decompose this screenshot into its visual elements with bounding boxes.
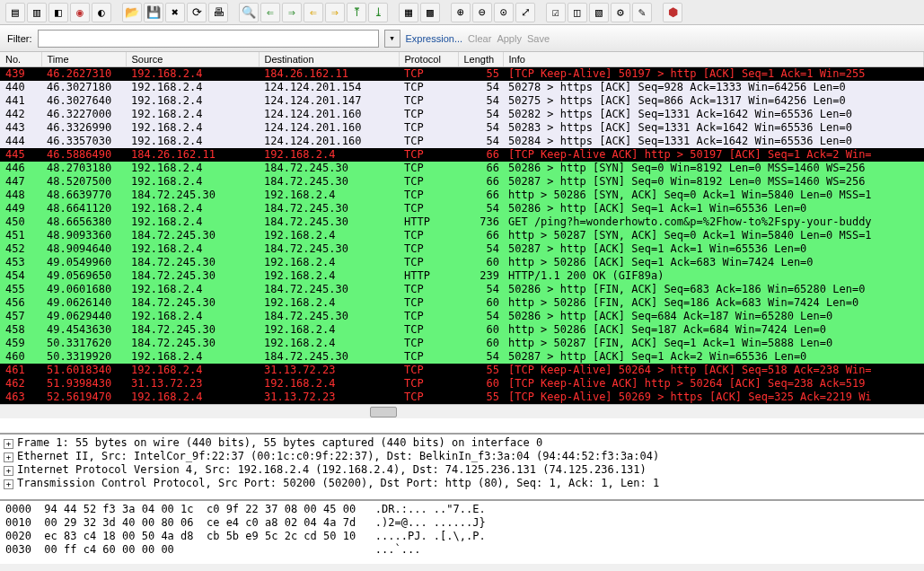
tb-autoscroll-icon[interactable]: ▩ xyxy=(420,3,440,22)
packet-row[interactable]: 46251.939843031.13.72.23192.168.2.4TCP60… xyxy=(0,377,924,391)
col-header-no[interactable]: No. xyxy=(0,52,41,67)
col-header-proto[interactable]: Protocol xyxy=(399,52,458,67)
filter-dropdown-icon[interactable]: ▾ xyxy=(384,30,400,48)
cell-time: 49.0629440 xyxy=(41,310,126,323)
tb-tools-icon[interactable]: ✎ xyxy=(632,3,652,22)
tb-help-icon[interactable]: ⬢ xyxy=(663,3,682,22)
tb-start-icon[interactable]: ◧ xyxy=(48,3,68,22)
tb-interfaces-icon[interactable]: ▤ xyxy=(5,3,25,22)
cell-src: 184.72.245.30 xyxy=(126,269,259,283)
tb-next-icon[interactable]: ⇒ xyxy=(282,3,302,22)
packet-row[interactable]: 44046.3027180192.168.2.4124.124.201.154T… xyxy=(0,81,924,94)
packet-row[interactable]: 45549.0601680192.168.2.4184.72.245.30TCP… xyxy=(0,283,924,296)
packet-row[interactable]: 44546.5886490184.26.162.11192.168.2.4TCP… xyxy=(0,148,924,162)
cell-time: 52.5619470 xyxy=(41,391,126,404)
packet-row[interactable]: 46050.3319920192.168.2.4184.72.245.30TCP… xyxy=(0,350,924,364)
cell-proto: TCP xyxy=(399,94,458,108)
cell-len: 60 xyxy=(458,377,503,391)
clear-link[interactable]: Clear xyxy=(468,33,491,44)
cell-len: 60 xyxy=(458,256,503,269)
packet-row[interactable]: 44848.6639770184.72.245.30192.168.2.4TCP… xyxy=(0,189,924,202)
tb-print-icon[interactable]: 🖶 xyxy=(208,3,228,22)
cell-time: 46.3357030 xyxy=(41,135,126,148)
packet-list-pane[interactable]: No. Time Source Destination Protocol Len… xyxy=(0,52,924,435)
tb-prev-icon[interactable]: ⇐ xyxy=(260,3,280,22)
expand-icon[interactable]: + xyxy=(4,479,13,489)
tb-goto-next-icon[interactable]: ⇒ xyxy=(325,3,345,22)
tree-item[interactable]: +Transmission Control Protocol, Src Port… xyxy=(4,477,920,490)
tb-zoomout-icon[interactable]: ⊖ xyxy=(472,3,492,22)
expression-link[interactable]: Expression... xyxy=(406,33,463,44)
tb-zoom100-icon[interactable]: ⊙ xyxy=(494,3,514,22)
tb-goto-prev-icon[interactable]: ⇐ xyxy=(304,3,323,22)
tree-item[interactable]: +Frame 1: 55 bytes on wire (440 bits), 5… xyxy=(4,436,920,450)
expand-icon[interactable]: + xyxy=(4,439,13,449)
packet-row[interactable]: 44446.3357030192.168.2.4124.124.201.160T… xyxy=(0,135,924,148)
packet-row[interactable]: 46151.6018340192.168.2.431.13.72.23TCP55… xyxy=(0,364,924,377)
cell-time: 46.2627310 xyxy=(41,67,126,82)
packet-row[interactable]: 45349.0549960184.72.245.30192.168.2.4TCP… xyxy=(0,256,924,269)
tb-resize-icon[interactable]: ⤢ xyxy=(515,3,535,22)
tb-restart-icon[interactable]: ◐ xyxy=(92,3,111,22)
tb-open-icon[interactable]: 📂 xyxy=(122,3,142,22)
tb-dispfilter-icon[interactable]: ◫ xyxy=(568,3,587,22)
tb-first-icon[interactable]: ⤒ xyxy=(347,3,366,22)
col-header-dst[interactable]: Destination xyxy=(259,52,399,67)
tb-close-icon[interactable]: ✖ xyxy=(165,3,185,22)
packet-row[interactable]: 45649.0626140184.72.245.30192.168.2.4TCP… xyxy=(0,296,924,310)
packet-details-pane[interactable]: +Frame 1: 55 bytes on wire (440 bits), 5… xyxy=(0,435,924,501)
packet-row[interactable]: 45248.9094640192.168.2.4184.72.245.30TCP… xyxy=(0,242,924,256)
tree-item[interactable]: +Ethernet II, Src: IntelCor_9f:22:37 (00… xyxy=(4,450,920,463)
tb-save-icon[interactable]: 💾 xyxy=(144,3,163,22)
col-header-time[interactable]: Time xyxy=(41,52,126,67)
packet-row[interactable]: 45749.0629440192.168.2.4184.72.245.30TCP… xyxy=(0,310,924,323)
tb-colorize-icon[interactable]: ▦ xyxy=(399,3,418,22)
packet-row[interactable]: 44948.6641120192.168.2.4184.72.245.30TCP… xyxy=(0,202,924,215)
packet-row[interactable]: 44648.2703180192.168.2.4184.72.245.30TCP… xyxy=(0,162,924,175)
packet-row[interactable]: 45449.0569650184.72.245.30192.168.2.4HTT… xyxy=(0,269,924,283)
packet-row[interactable]: 44146.3027640192.168.2.4124.124.201.147T… xyxy=(0,94,924,108)
cell-len: 54 xyxy=(458,108,503,121)
packet-list-hscrollbar[interactable] xyxy=(0,404,924,418)
tb-last-icon[interactable]: ⤓ xyxy=(368,3,388,22)
tb-capfilter-icon[interactable]: ☑ xyxy=(546,3,566,22)
col-header-src[interactable]: Source xyxy=(126,52,259,67)
cell-proto: TCP xyxy=(399,81,458,94)
packet-bytes-pane[interactable]: 0000 94 44 52 f3 3a 04 00 1c c0 9f 22 37… xyxy=(0,501,924,564)
cell-dst: 184.72.245.30 xyxy=(259,242,399,256)
tree-item[interactable]: +Internet Protocol Version 4, Src: 192.1… xyxy=(4,463,920,477)
expand-icon[interactable]: + xyxy=(4,466,13,476)
tb-options-icon[interactable]: ▥ xyxy=(27,3,47,22)
packet-row[interactable]: 46352.5619470192.168.2.431.13.72.23TCP55… xyxy=(0,391,924,404)
expand-icon[interactable]: + xyxy=(4,452,13,462)
cell-len: 66 xyxy=(458,229,503,242)
cell-info: 50284 > https [ACK] Seq=1331 Ack=1642 Wi… xyxy=(503,135,924,148)
tb-prefs-icon[interactable]: ⚙ xyxy=(611,3,630,22)
scrollbar-thumb[interactable] xyxy=(370,407,397,417)
tb-reload-icon[interactable]: ⟳ xyxy=(187,3,207,22)
cell-src: 192.168.2.4 xyxy=(126,175,259,189)
packet-row[interactable]: 44346.3326990192.168.2.4124.124.201.160T… xyxy=(0,121,924,135)
tree-label: Frame 1: 55 bytes on wire (440 bits), 55… xyxy=(17,436,542,449)
tb-find-icon[interactable]: 🔍 xyxy=(239,3,259,22)
cell-dst: 184.72.245.30 xyxy=(259,215,399,229)
col-header-len[interactable]: Length xyxy=(458,52,503,67)
packet-row[interactable]: 43946.2627310192.168.2.4184.26.162.11TCP… xyxy=(0,67,924,82)
cell-src: 192.168.2.4 xyxy=(126,162,259,175)
tb-coloring-icon[interactable]: ▧ xyxy=(589,3,609,22)
packet-row[interactable]: 45950.3317620184.72.245.30192.168.2.4TCP… xyxy=(0,337,924,350)
apply-link[interactable]: Apply xyxy=(497,33,522,44)
filter-input[interactable] xyxy=(38,30,379,48)
packet-table: No. Time Source Destination Protocol Len… xyxy=(0,52,924,404)
packet-row[interactable]: 44748.5207500192.168.2.4184.72.245.30TCP… xyxy=(0,175,924,189)
col-header-info[interactable]: Info xyxy=(503,52,924,67)
tb-stop-icon[interactable]: ◉ xyxy=(70,3,90,22)
packet-row[interactable]: 45148.9093360184.72.245.30192.168.2.4TCP… xyxy=(0,229,924,242)
hex-line: 0010 00 29 32 3d 40 00 80 06 ce e4 c0 a8… xyxy=(5,516,919,530)
packet-row[interactable]: 45048.6656380192.168.2.4184.72.245.30HTT… xyxy=(0,215,924,229)
tb-zoomin-icon[interactable]: ⊕ xyxy=(451,3,471,22)
filter-toolbar: Filter: ▾ Expression... Clear Apply Save xyxy=(0,25,924,52)
save-link[interactable]: Save xyxy=(527,33,550,44)
packet-row[interactable]: 44246.3227000192.168.2.4124.124.201.160T… xyxy=(0,108,924,121)
packet-row[interactable]: 45849.4543630184.72.245.30192.168.2.4TCP… xyxy=(0,323,924,337)
